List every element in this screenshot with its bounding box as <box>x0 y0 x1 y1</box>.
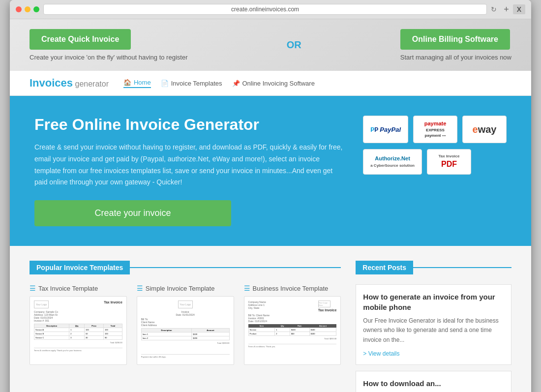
templates-section-line <box>130 267 341 268</box>
templates-section: Popular Invoice Templates ☰ Tax Invoice … <box>30 261 341 392</box>
nav-link-home[interactable]: 🏠 Home <box>123 79 151 88</box>
post-title-0: How to generate an invoice from your mob… <box>363 292 504 312</box>
template-name-tax: ☰ Tax Invoice Template <box>30 284 127 292</box>
post-link-0[interactable]: > View details <box>363 350 399 357</box>
hero-payment-logos: PP PayPal paymate EXPRESS payment ▪▪▪ <box>363 116 507 175</box>
paypal-logo: PP PayPal <box>363 116 408 143</box>
template-card-simple[interactable]: ☰ Simple Invoice Template Your Logo Invo… <box>137 284 234 365</box>
eway-logo: eway <box>462 116 507 143</box>
browser-titlebar: create.onlineinvoices.com ↻ + X <box>10 0 531 19</box>
cta-left-subtitle: Create your invoice 'on the fly' without… <box>30 54 187 61</box>
cta-right: Online Billing Software Start managing a… <box>400 29 511 61</box>
payment-logos-row2: Authorize.Net a CyberSource solution Tax… <box>363 149 507 175</box>
template-name-business: ☰ Business Invoice Template <box>244 284 341 292</box>
minimize-traffic-light[interactable] <box>25 6 30 12</box>
create-invoice-button[interactable]: Create your invoice <box>34 200 231 226</box>
post-card-1: How to download an... <box>356 371 511 392</box>
cta-bar: Create Quick Invoice Create your invoice… <box>10 19 531 71</box>
template-icon-tax: ☰ <box>30 284 36 292</box>
templates-section-title: Popular Invoice Templates <box>30 261 130 274</box>
recent-posts-line <box>413 267 511 268</box>
post-card-0: How to generate an invoice from your mob… <box>356 284 511 365</box>
logo-invoices: Invoices <box>30 77 73 89</box>
cta-or-label: OR <box>287 39 301 51</box>
recent-posts-title: Recent Posts <box>356 261 413 274</box>
address-bar[interactable]: create.onlineinvoices.com <box>43 4 487 15</box>
template-icon-simple: ☰ <box>137 284 143 292</box>
nav-link-invoicing-software[interactable]: 📌 Online Invoicing Software <box>232 80 315 87</box>
nav-link-invoice-templates[interactable]: 📄 Invoice Templates <box>161 80 222 87</box>
pdf-logo: Tax Invoice PDF <box>427 149 471 175</box>
template-card-business[interactable]: ☰ Business Invoice Template Company Name… <box>244 284 341 365</box>
hero-section: Free Online Invoice Generator Create & s… <box>10 96 531 246</box>
nav-links: 🏠 Home 📄 Invoice Templates 📌 Online Invo… <box>123 73 315 94</box>
template-preview-tax: Your Logo Tax Invoice Company: Sample Co… <box>30 296 127 365</box>
paymate-logo: paymate EXPRESS payment ▪▪▪ <box>413 116 457 143</box>
authorizenet-logo: Authorize.Net a CyberSource solution <box>363 149 422 175</box>
template-preview-business: Company NameAddress Line 1City, State Yo… <box>244 296 341 365</box>
recent-posts-header: Recent Posts <box>356 261 511 274</box>
browser-close-button[interactable]: X <box>513 4 525 14</box>
template-name-simple: ☰ Simple Invoice Template <box>137 284 234 292</box>
browser-window: create.onlineinvoices.com ↻ + X Create Q… <box>10 0 531 392</box>
logo-generator: generator <box>73 80 109 88</box>
templates-section-header: Popular Invoice Templates <box>30 261 341 274</box>
nav-logo: Invoices generator <box>30 71 109 95</box>
traffic-lights <box>16 6 39 12</box>
online-billing-button[interactable]: Online Billing Software <box>400 29 510 50</box>
template-icon-business: ☰ <box>244 284 250 292</box>
hero-left: Free Online Invoice Generator Create & s… <box>34 116 343 226</box>
template-preview-simple: Your Logo InvoiceDate: 01/01/2024 Bill T… <box>137 296 234 365</box>
cta-right-subtitle: Start managing all of your invoices now <box>400 54 511 61</box>
cta-left: Create Quick Invoice Create your invoice… <box>30 29 187 61</box>
close-traffic-light[interactable] <box>16 6 22 12</box>
main-content: Popular Invoice Templates ☰ Tax Invoice … <box>10 246 531 392</box>
hero-title: Free Online Invoice Generator <box>34 116 343 134</box>
new-tab-button[interactable]: + <box>504 4 509 15</box>
refresh-icon[interactable]: ↻ <box>491 5 497 13</box>
create-quick-invoice-button[interactable]: Create Quick Invoice <box>30 29 131 50</box>
page-content: Create Quick Invoice Create your invoice… <box>10 19 531 392</box>
nav-bar: Invoices generator 🏠 Home 📄 Invoice Temp… <box>10 71 531 96</box>
payment-logos-row1: PP PayPal paymate EXPRESS payment ▪▪▪ <box>363 116 507 143</box>
template-card-tax[interactable]: ☰ Tax Invoice Template Your Logo Tax Inv… <box>30 284 127 365</box>
posts-section: Recent Posts How to generate an invoice … <box>356 261 511 392</box>
post-excerpt-0: Our Free Invoice Generator is ideal for … <box>363 316 504 345</box>
post-title-1: How to download an... <box>363 378 504 389</box>
templates-grid: ☰ Tax Invoice Template Your Logo Tax Inv… <box>30 284 341 365</box>
hero-description: Create & send your invoice without havin… <box>34 142 343 188</box>
maximize-traffic-light[interactable] <box>33 6 39 12</box>
